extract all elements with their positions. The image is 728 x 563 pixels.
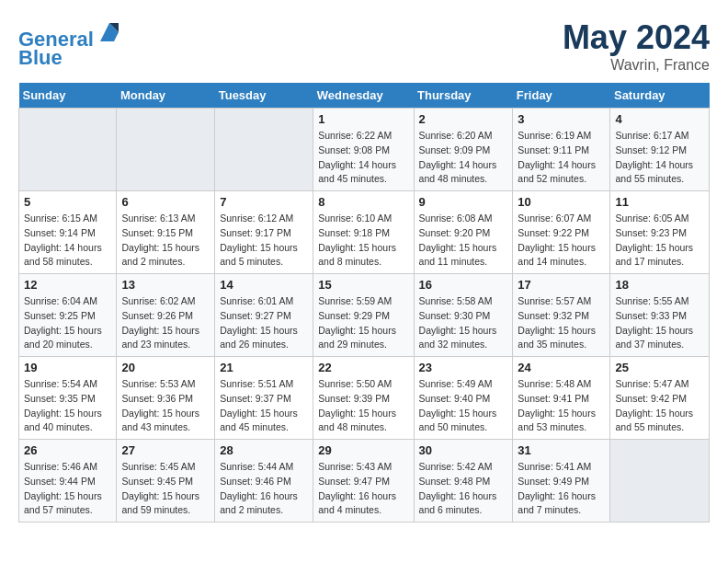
day-cell: 12Sunrise: 6:04 AMSunset: 9:25 PMDayligh… bbox=[19, 274, 117, 357]
day-info: Sunrise: 5:43 AMSunset: 9:47 PMDaylight:… bbox=[318, 460, 408, 518]
calendar-table: Sunday Monday Tuesday Wednesday Thursday… bbox=[18, 83, 710, 523]
day-info: Sunrise: 6:17 AMSunset: 9:12 PMDaylight:… bbox=[615, 129, 704, 187]
day-cell: 26Sunrise: 5:46 AMSunset: 9:44 PMDayligh… bbox=[19, 440, 117, 523]
day-number: 20 bbox=[121, 361, 210, 374]
title-block: May 2024 Wavrin, France bbox=[563, 18, 710, 74]
day-number: 7 bbox=[220, 195, 308, 209]
day-cell bbox=[610, 440, 710, 523]
day-info: Sunrise: 5:41 AMSunset: 9:49 PMDaylight:… bbox=[518, 460, 605, 518]
day-cell: 2Sunrise: 6:20 AMSunset: 9:09 PMDaylight… bbox=[414, 109, 513, 191]
day-info: Sunrise: 5:47 AMSunset: 9:42 PMDaylight:… bbox=[615, 377, 704, 435]
day-number: 12 bbox=[24, 278, 111, 292]
day-info: Sunrise: 6:10 AMSunset: 9:18 PMDaylight:… bbox=[318, 212, 408, 270]
day-number: 5 bbox=[24, 195, 111, 209]
day-number: 19 bbox=[24, 361, 111, 374]
day-info: Sunrise: 5:46 AMSunset: 9:44 PMDaylight:… bbox=[24, 460, 111, 518]
week-row-1: 1Sunrise: 6:22 AMSunset: 9:08 PMDaylight… bbox=[19, 109, 710, 191]
day-cell: 7Sunrise: 6:12 AMSunset: 9:17 PMDaylight… bbox=[215, 191, 313, 274]
day-info: Sunrise: 6:02 AMSunset: 9:26 PMDaylight:… bbox=[121, 294, 210, 352]
day-info: Sunrise: 6:19 AMSunset: 9:11 PMDaylight:… bbox=[518, 129, 605, 187]
day-number: 8 bbox=[318, 195, 408, 209]
day-cell bbox=[19, 109, 117, 191]
day-cell: 24Sunrise: 5:48 AMSunset: 9:41 PMDayligh… bbox=[513, 357, 610, 440]
day-cell: 27Sunrise: 5:45 AMSunset: 9:45 PMDayligh… bbox=[117, 440, 215, 523]
day-cell: 19Sunrise: 5:54 AMSunset: 9:35 PMDayligh… bbox=[19, 357, 117, 440]
day-info: Sunrise: 6:05 AMSunset: 9:23 PMDaylight:… bbox=[615, 212, 704, 270]
day-info: Sunrise: 6:04 AMSunset: 9:25 PMDaylight:… bbox=[24, 294, 111, 352]
day-number: 11 bbox=[615, 195, 704, 209]
day-number: 3 bbox=[518, 112, 605, 126]
day-info: Sunrise: 5:59 AMSunset: 9:29 PMDaylight:… bbox=[318, 294, 408, 352]
day-number: 31 bbox=[518, 443, 605, 457]
day-cell bbox=[215, 109, 313, 191]
col-tuesday: Tuesday bbox=[215, 83, 313, 109]
day-info: Sunrise: 5:42 AMSunset: 9:48 PMDaylight:… bbox=[419, 460, 508, 518]
month-year: May 2024 bbox=[563, 18, 710, 57]
day-number: 10 bbox=[518, 195, 605, 209]
col-thursday: Thursday bbox=[414, 83, 513, 109]
day-number: 29 bbox=[318, 443, 408, 457]
day-cell: 25Sunrise: 5:47 AMSunset: 9:42 PMDayligh… bbox=[610, 357, 710, 440]
day-info: Sunrise: 5:44 AMSunset: 9:46 PMDaylight:… bbox=[220, 460, 308, 518]
day-cell: 29Sunrise: 5:43 AMSunset: 9:47 PMDayligh… bbox=[313, 440, 414, 523]
day-info: Sunrise: 5:53 AMSunset: 9:36 PMDaylight:… bbox=[121, 377, 210, 435]
day-cell: 10Sunrise: 6:07 AMSunset: 9:22 PMDayligh… bbox=[513, 191, 610, 274]
day-info: Sunrise: 6:20 AMSunset: 9:09 PMDaylight:… bbox=[419, 129, 508, 187]
day-cell: 14Sunrise: 6:01 AMSunset: 9:27 PMDayligh… bbox=[215, 274, 313, 357]
day-number: 17 bbox=[518, 278, 605, 292]
day-cell bbox=[117, 109, 215, 191]
week-row-2: 5Sunrise: 6:15 AMSunset: 9:14 PMDaylight… bbox=[19, 191, 710, 274]
day-info: Sunrise: 5:50 AMSunset: 9:39 PMDaylight:… bbox=[318, 377, 408, 435]
day-cell: 4Sunrise: 6:17 AMSunset: 9:12 PMDaylight… bbox=[610, 109, 710, 191]
day-cell: 13Sunrise: 6:02 AMSunset: 9:26 PMDayligh… bbox=[117, 274, 215, 357]
day-cell: 31Sunrise: 5:41 AMSunset: 9:49 PMDayligh… bbox=[513, 440, 610, 523]
day-info: Sunrise: 5:54 AMSunset: 9:35 PMDaylight:… bbox=[24, 377, 111, 435]
day-info: Sunrise: 5:45 AMSunset: 9:45 PMDaylight:… bbox=[121, 460, 210, 518]
day-cell: 23Sunrise: 5:49 AMSunset: 9:40 PMDayligh… bbox=[414, 357, 513, 440]
day-info: Sunrise: 6:01 AMSunset: 9:27 PMDaylight:… bbox=[220, 294, 308, 352]
col-wednesday: Wednesday bbox=[313, 83, 414, 109]
day-cell: 9Sunrise: 6:08 AMSunset: 9:20 PMDaylight… bbox=[414, 191, 513, 274]
day-cell: 30Sunrise: 5:42 AMSunset: 9:48 PMDayligh… bbox=[414, 440, 513, 523]
page-header: General Blue May 2024 Wavrin, France bbox=[18, 18, 710, 74]
day-number: 25 bbox=[615, 361, 704, 374]
week-row-3: 12Sunrise: 6:04 AMSunset: 9:25 PMDayligh… bbox=[19, 274, 710, 357]
week-row-4: 19Sunrise: 5:54 AMSunset: 9:35 PMDayligh… bbox=[19, 357, 710, 440]
day-cell: 15Sunrise: 5:59 AMSunset: 9:29 PMDayligh… bbox=[313, 274, 414, 357]
day-number: 6 bbox=[121, 195, 210, 209]
col-friday: Friday bbox=[513, 83, 610, 109]
day-number: 18 bbox=[615, 278, 704, 292]
day-info: Sunrise: 6:15 AMSunset: 9:14 PMDaylight:… bbox=[24, 212, 111, 270]
col-saturday: Saturday bbox=[610, 83, 710, 109]
day-number: 22 bbox=[318, 361, 408, 374]
day-info: Sunrise: 5:51 AMSunset: 9:37 PMDaylight:… bbox=[220, 377, 308, 435]
day-number: 9 bbox=[419, 195, 508, 209]
day-number: 16 bbox=[419, 278, 508, 292]
day-number: 13 bbox=[121, 278, 210, 292]
day-info: Sunrise: 6:08 AMSunset: 9:20 PMDaylight:… bbox=[419, 212, 508, 270]
day-number: 1 bbox=[318, 112, 408, 126]
week-row-5: 26Sunrise: 5:46 AMSunset: 9:44 PMDayligh… bbox=[19, 440, 710, 523]
day-cell: 1Sunrise: 6:22 AMSunset: 9:08 PMDaylight… bbox=[313, 109, 414, 191]
day-number: 28 bbox=[220, 443, 308, 457]
day-info: Sunrise: 5:48 AMSunset: 9:41 PMDaylight:… bbox=[518, 377, 605, 435]
day-number: 26 bbox=[24, 443, 111, 457]
day-cell: 28Sunrise: 5:44 AMSunset: 9:46 PMDayligh… bbox=[215, 440, 313, 523]
day-cell: 8Sunrise: 6:10 AMSunset: 9:18 PMDaylight… bbox=[313, 191, 414, 274]
day-cell: 11Sunrise: 6:05 AMSunset: 9:23 PMDayligh… bbox=[610, 191, 710, 274]
col-monday: Monday bbox=[117, 83, 215, 109]
day-number: 15 bbox=[318, 278, 408, 292]
header-row: Sunday Monday Tuesday Wednesday Thursday… bbox=[19, 83, 710, 109]
day-number: 2 bbox=[419, 112, 508, 126]
logo: General Blue bbox=[18, 18, 123, 70]
day-number: 24 bbox=[518, 361, 605, 374]
day-info: Sunrise: 5:55 AMSunset: 9:33 PMDaylight:… bbox=[615, 294, 704, 352]
day-info: Sunrise: 6:13 AMSunset: 9:15 PMDaylight:… bbox=[121, 212, 210, 270]
day-number: 23 bbox=[419, 361, 508, 374]
day-info: Sunrise: 5:57 AMSunset: 9:32 PMDaylight:… bbox=[518, 294, 605, 352]
day-cell: 3Sunrise: 6:19 AMSunset: 9:11 PMDaylight… bbox=[513, 109, 610, 191]
day-cell: 5Sunrise: 6:15 AMSunset: 9:14 PMDaylight… bbox=[19, 191, 117, 274]
day-number: 30 bbox=[419, 443, 508, 457]
day-info: Sunrise: 6:22 AMSunset: 9:08 PMDaylight:… bbox=[318, 129, 408, 187]
day-cell: 16Sunrise: 5:58 AMSunset: 9:30 PMDayligh… bbox=[414, 274, 513, 357]
